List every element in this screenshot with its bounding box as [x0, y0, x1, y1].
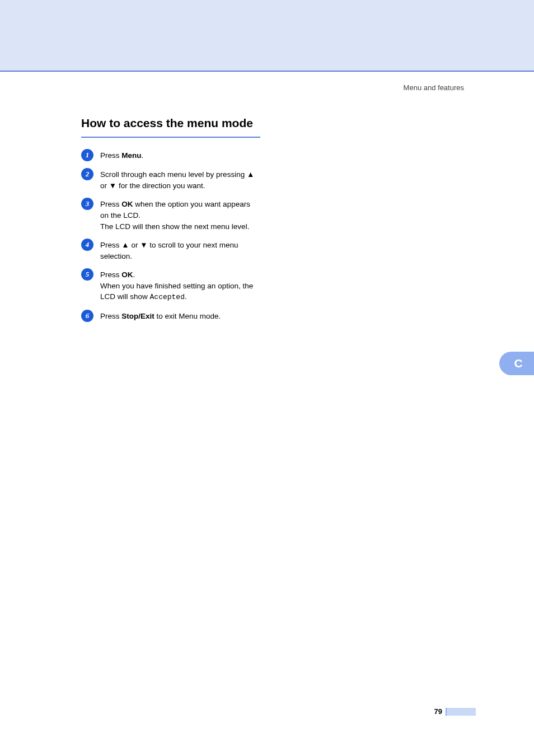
text: Press	[100, 151, 121, 160]
text: Press	[100, 270, 121, 279]
step-item: 5 Press OK. When you have finished setti…	[81, 269, 260, 303]
step-item: 6 Press Stop/Exit to exit Menu mode.	[81, 311, 260, 322]
side-tab-letter: C	[514, 357, 522, 370]
bold-text: OK	[121, 200, 133, 208]
breadcrumb: Menu and features	[404, 83, 464, 92]
step-item: 2 Scroll through each menu level by pres…	[81, 169, 260, 191]
text: Press	[100, 312, 121, 320]
up-arrow-icon: ▲	[121, 241, 129, 249]
text: Scroll through each menu level by pressi…	[100, 170, 247, 179]
up-arrow-icon: ▲	[247, 170, 254, 179]
down-arrow-icon: ▼	[140, 241, 147, 249]
header-bar	[0, 0, 534, 72]
step-text: Press Stop/Exit to exit Menu mode.	[100, 311, 221, 322]
step-text: Press OK when the option you want appear…	[100, 199, 260, 232]
text: to exit Menu mode.	[154, 312, 221, 320]
text: Press	[100, 241, 121, 249]
step-number-badge: 5	[81, 268, 93, 281]
bold-text: Menu	[121, 151, 141, 160]
step-item: 3 Press OK when the option you want appe…	[81, 199, 260, 232]
section-title: How to access the menu mode	[81, 115, 260, 138]
step-number-badge: 4	[81, 239, 93, 251]
page-number: 79	[434, 707, 442, 716]
main-content: How to access the menu mode 1 Press Menu…	[81, 115, 260, 330]
mono-text: Accepted	[150, 293, 185, 301]
text: Press	[100, 200, 121, 208]
bold-text: Stop/Exit	[121, 312, 154, 320]
text: The LCD will then show the next menu lev…	[100, 222, 249, 231]
step-number-badge: 2	[81, 168, 93, 180]
step-text: Press ▲ or ▼ to scroll to your next menu…	[100, 240, 260, 262]
step-text: Press Menu.	[100, 150, 143, 161]
text: .	[142, 151, 144, 160]
step-item: 4 Press ▲ or ▼ to scroll to your next me…	[81, 240, 260, 262]
text: .	[133, 270, 135, 279]
step-number-badge: 1	[81, 149, 93, 161]
step-item: 1 Press Menu.	[81, 150, 260, 161]
bold-text: OK	[121, 270, 133, 279]
step-number-badge: 3	[81, 198, 93, 210]
text: for the direction you want.	[116, 181, 205, 190]
footer: 79	[434, 707, 476, 716]
footer-decoration	[447, 708, 476, 716]
text: or	[100, 181, 109, 190]
step-text: Scroll through each menu level by pressi…	[100, 169, 260, 191]
step-number-badge: 6	[81, 310, 93, 322]
side-tab: C	[499, 352, 534, 375]
text: .	[185, 292, 187, 301]
down-arrow-icon: ▼	[109, 181, 116, 190]
step-text: Press OK. When you have finished setting…	[100, 269, 260, 303]
text: or	[129, 241, 140, 249]
